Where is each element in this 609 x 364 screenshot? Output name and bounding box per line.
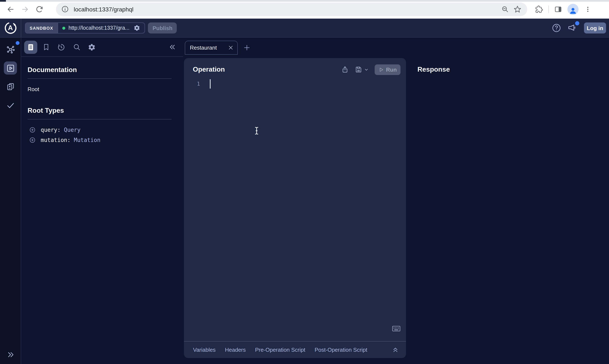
forward-icon [21, 5, 29, 13]
tab-pre-operation-script[interactable]: Pre-Operation Script [255, 347, 305, 353]
field-row-mutation: mutation: Mutation [27, 135, 172, 145]
document-icon [27, 43, 35, 51]
reload-icon [36, 5, 43, 13]
tab-saved-operations[interactable] [39, 40, 52, 54]
run-label: Run [386, 66, 397, 73]
root-types-heading: Root Types [27, 107, 172, 114]
expand-footer-button[interactable] [392, 346, 399, 353]
field-name[interactable]: mutation: [41, 137, 71, 143]
tab-variables[interactable]: Variables [193, 347, 216, 353]
profile-avatar[interactable] [568, 4, 579, 15]
search-icon [73, 43, 80, 51]
keyboard-icon [392, 325, 401, 332]
add-field-icon[interactable] [29, 137, 36, 143]
site-info-icon[interactable] [59, 4, 70, 15]
extensions-puzzle-icon [535, 5, 543, 13]
connection-settings-gear-icon[interactable] [134, 25, 141, 31]
checkmark-icon [6, 101, 15, 110]
apollo-letter: A [4, 22, 17, 34]
workspace: Restaurant Operation [183, 38, 609, 364]
double-chevron-up-icon [392, 346, 399, 353]
schema-notification-dot [16, 41, 19, 45]
side-panel-button[interactable] [551, 2, 565, 16]
sidebar-item-checks[interactable] [4, 99, 17, 112]
history-clock-icon [57, 43, 65, 51]
back-icon [7, 5, 14, 13]
forward-button[interactable] [18, 2, 32, 16]
browser-toolbar: localhost:1337/graphql [0, 0, 609, 19]
reload-button[interactable] [32, 2, 47, 16]
browser-menu-button[interactable] [581, 2, 595, 16]
run-button[interactable]: Run [375, 64, 401, 75]
add-field-icon[interactable] [29, 127, 36, 133]
login-button[interactable]: Log in [584, 23, 606, 33]
divider [27, 78, 172, 79]
save-operation-button[interactable] [355, 66, 362, 73]
person-icon [569, 6, 577, 15]
response-heading: Response [417, 65, 450, 73]
new-tab-button[interactable] [243, 44, 250, 51]
sidebar-item-explorer[interactable] [4, 62, 17, 75]
window-corner [0, 0, 6, 2]
operation-tab-label: Restaurant [190, 44, 228, 51]
share-operation-button[interactable] [341, 66, 349, 73]
side-panel-icon [554, 5, 562, 13]
bookmark-icon [42, 43, 50, 51]
zoom-out-icon[interactable] [501, 5, 508, 13]
publish-button[interactable]: Publish [148, 23, 177, 33]
tabstrip-edge [0, 0, 609, 2]
announcements-button[interactable] [568, 23, 578, 33]
settings-gear-icon [88, 43, 96, 51]
field-name[interactable]: query: [41, 127, 61, 133]
share-icon [341, 66, 349, 73]
editor-caret [210, 79, 210, 88]
kebab-menu-icon [584, 6, 591, 13]
mouse-text-cursor [254, 127, 259, 135]
docs-root-link[interactable]: Root [27, 86, 172, 92]
collapse-docs-button[interactable] [169, 43, 176, 51]
editor-footer: Variables Headers Pre-Operation Script P… [184, 341, 406, 358]
keyboard-shortcuts-button[interactable] [392, 325, 401, 332]
endpoint-url[interactable]: http://localhost:1337/gra... [68, 25, 130, 31]
help-icon [552, 23, 561, 33]
sandbox-badge[interactable]: SANDBOX [26, 23, 58, 33]
sandbox-header: A SANDBOX http://localhost:1337/gra... P… [0, 19, 609, 38]
tab-search[interactable] [70, 40, 83, 54]
field-type-link[interactable]: Query [64, 127, 80, 133]
help-button[interactable] [552, 23, 561, 33]
tab-explorer-settings[interactable] [85, 40, 98, 54]
endpoint-group: SANDBOX http://localhost:1337/gra... [25, 23, 145, 33]
tab-post-operation-script[interactable]: Post-Operation Script [315, 347, 367, 353]
url-text[interactable]: localhost:1337/graphql [74, 6, 501, 13]
documentation-panel: Documentation Root Root Types query: Que… [21, 38, 183, 364]
tab-headers[interactable]: Headers [225, 347, 246, 353]
announcement-notification-dot [575, 21, 579, 26]
extensions-button[interactable] [532, 2, 546, 16]
save-floppy-icon [355, 66, 362, 73]
screen: localhost:1337/graphql [0, 0, 609, 364]
tab-history[interactable] [55, 40, 68, 54]
bookmark-star-icon[interactable] [514, 5, 521, 13]
address-bar[interactable]: localhost:1337/graphql [56, 2, 527, 16]
divider [27, 119, 172, 119]
left-rail [0, 38, 21, 364]
run-play-icon [378, 67, 384, 72]
apollo-logo[interactable]: A [0, 19, 21, 37]
close-tab-icon[interactable] [228, 45, 233, 51]
line-number: 1 [192, 79, 200, 88]
operation-heading: Operation [193, 66, 341, 73]
query-editor[interactable]: 1 [184, 79, 406, 88]
save-menu-chevron-icon[interactable] [364, 67, 369, 72]
back-button[interactable] [3, 2, 18, 16]
operation-tab[interactable]: Restaurant [185, 41, 238, 54]
double-chevron-right-icon [6, 351, 15, 359]
docs-toolbar [21, 38, 183, 57]
graph-network-icon [6, 45, 15, 54]
field-type-link[interactable]: Mutation [74, 137, 101, 143]
sidebar-item-schema[interactable] [4, 43, 17, 56]
operation-editor-panel: Operation [184, 58, 406, 358]
sidebar-item-changelog[interactable] [4, 80, 17, 93]
tab-documentation[interactable] [24, 40, 37, 54]
expand-rail-button[interactable] [6, 351, 15, 359]
diff-documents-icon [6, 82, 15, 91]
